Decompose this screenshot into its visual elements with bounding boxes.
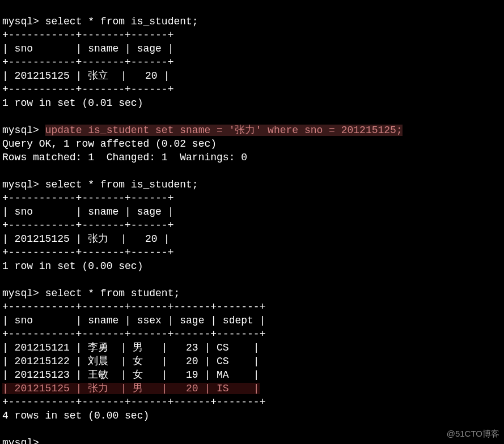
table-border: +-----------+-------+------+	[2, 220, 173, 231]
table-border: +-----------+-------+------+	[2, 57, 173, 68]
table-header: | sno | sname | sage |	[2, 206, 173, 217]
prompt: mysql>	[2, 179, 45, 190]
table-row: | 201215122 | 刘晨 | 女 | 20 | CS |	[2, 356, 260, 367]
result-line: 4 rows in set (0.00 sec)	[2, 410, 149, 421]
table-border: +-----------+-------+------+	[2, 84, 173, 95]
table-border: +-----------+-------+------+	[2, 193, 173, 204]
table-row: | 201215125 | 张立 | 20 |	[2, 70, 170, 82]
table-header: | sno | sname | ssex | sage | sdept |	[2, 315, 265, 326]
result-line: 1 row in set (0.00 sec)	[2, 261, 143, 272]
result-line: Rows matched: 1 Changed: 1 Warnings: 0	[2, 152, 247, 163]
sql-command: select * from is_student;	[45, 16, 198, 27]
sql-command: select * from student;	[45, 288, 180, 299]
table-row: | 201215125 | 张力 | 20 |	[2, 233, 170, 245]
table-header: | sno | sname | sage |	[2, 43, 173, 54]
prompt: mysql>	[2, 288, 45, 299]
result-line: Query OK, 1 row affected (0.02 sec)	[2, 138, 217, 150]
table-border: +-----------+-------+------+	[2, 29, 173, 41]
table-row-highlight: | 201215125 | 张力 | 男 | 20 | IS |	[2, 383, 260, 394]
sql-command-highlight: update is_student set sname = '张力' where…	[45, 125, 403, 136]
table-row: | 201215123 | 王敏 | 女 | 19 | MA |	[2, 369, 260, 381]
result-line: 1 row in set (0.01 sec)	[2, 97, 143, 109]
table-border: +-----------+-------+------+------+-----…	[2, 328, 265, 340]
terminal-output: mysql> select * from is_student; +------…	[0, 0, 504, 444]
sql-command: select * from is_student;	[45, 179, 198, 190]
table-border: +-----------+-------+------+	[2, 247, 173, 258]
table-border: +-----------+-------+------+------+-----…	[2, 301, 265, 313]
prompt: mysql>	[2, 16, 45, 27]
watermark: @51CTO博客	[447, 427, 499, 441]
table-border: +-----------+-------+------+------+-----…	[2, 396, 265, 408]
prompt: mysql>	[2, 125, 45, 136]
prompt[interactable]: mysql>	[2, 437, 39, 444]
table-row: | 201215121 | 李勇 | 男 | 23 | CS |	[2, 342, 260, 353]
